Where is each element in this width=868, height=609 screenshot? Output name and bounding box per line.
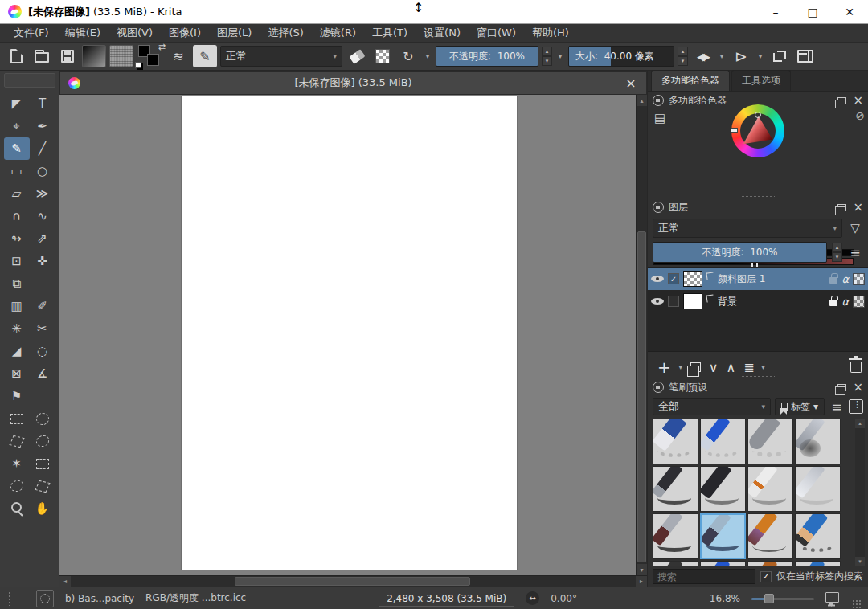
polygon-tool[interactable]: ▱ [4,182,30,205]
horizontal-scrollbar-thumb[interactable] [235,577,470,586]
move-layer-up-button[interactable]: ∧ [723,357,739,378]
duplicate-layer-button[interactable] [687,357,704,378]
layers-menu-icon[interactable]: ≡ [847,245,863,260]
vertical-scrollbar-thumb[interactable] [637,231,646,562]
pan-tool[interactable]: ✋ [30,497,55,520]
preset-display-icon[interactable] [849,399,863,414]
opacity-slider[interactable]: 不透明度: 100% [436,46,538,67]
layer-properties-caret[interactable]: ▾ [759,363,768,371]
brush-preset-thumbnail[interactable] [653,561,698,566]
freehand-select-tool[interactable] [30,430,55,452]
fill-tool[interactable]: ◢ [4,340,30,362]
layer-row-background[interactable]: 背景 α [648,290,868,313]
inherit-alpha-icon[interactable] [853,273,865,285]
polyline-tool[interactable]: ≫ [30,182,55,205]
subwindow-close-button[interactable]: × [622,74,640,92]
add-layer-button[interactable]: + [654,357,674,378]
maximize-button[interactable]: □ [794,0,831,23]
zoom-percentage[interactable]: 16.8% [710,593,740,604]
brush-preset-thumbnail-selected[interactable] [700,513,746,559]
brush-preset-thumbnail[interactable] [653,419,698,464]
presets-scrollbar[interactable]: ▴ ▾ [855,419,865,566]
rect-select-tool[interactable] [4,407,30,430]
alpha-lock-icon[interactable]: α [841,296,849,308]
alpha-lock-icon[interactable]: α [841,273,849,285]
preset-filter-dropdown[interactable]: 全部 ▾ [653,398,771,415]
brush-preview-icon[interactable] [36,590,54,607]
assistants-tool[interactable]: ⊠ [4,362,30,385]
brush-size-spinner[interactable]: ▴▾ [678,47,688,66]
visibility-eye-icon[interactable] [651,273,664,284]
zoom-slider-handle[interactable] [764,594,774,603]
background-color-swatch[interactable] [147,54,159,66]
toolbox-drag-handle[interactable] [4,73,55,88]
brush-preset-thumbnail[interactable] [653,466,698,512]
scroll-left-button[interactable]: ◂ [59,576,71,587]
workspace-chooser-button[interactable] [794,45,817,67]
fg-bg-colors-button[interactable]: ⇄ [137,44,164,68]
close-button[interactable]: ✕ [831,0,868,23]
hue-ring[interactable] [731,104,784,157]
gradient-chooser-button[interactable] [82,45,106,67]
freehand-path-tool[interactable]: ∿ [30,205,55,227]
brush-preset-thumbnail[interactable] [795,561,841,566]
canvas-rotation-icon[interactable]: ↔ [526,591,539,605]
layer-thumbnail[interactable] [683,293,702,309]
move-tool[interactable]: ✜ [30,250,55,272]
tag-button[interactable]: 标签 ▾ [775,398,825,415]
menu-item-image[interactable]: 图像(I) [162,24,208,42]
bezier-curve-tool[interactable]: ∩ [4,205,30,227]
preset-search-input[interactable] [653,569,755,584]
rectangle-tool[interactable]: ▭ [4,160,30,182]
presets-docker-header[interactable]: 笔刷预设 × [648,378,868,396]
bezier-select-tool[interactable] [4,475,30,497]
edit-shapes-tool[interactable]: ⌖ [4,115,30,137]
spin-down-icon[interactable]: ▾ [832,252,842,262]
menu-item-layer[interactable]: 图层(L) [210,24,259,42]
save-button[interactable] [56,45,79,67]
close-docker-icon[interactable]: × [853,382,863,394]
menu-item-tools[interactable]: 工具(T) [365,24,415,42]
close-docker-icon[interactable]: × [853,202,863,214]
lock-icon[interactable] [829,300,837,306]
menu-item-edit[interactable]: 编辑(E) [58,24,108,42]
layer-filter-icon[interactable]: ▽ [847,221,863,235]
brush-preset-thumbnail[interactable] [700,466,746,512]
transform-tool[interactable]: ⊡ [4,250,30,272]
scroll-down-button[interactable]: ▾ [637,564,647,575]
layer-blending-dropdown[interactable]: 正常 ▾ [653,219,842,238]
gradient-tool[interactable]: ▥ [4,295,30,317]
ellipse-tool[interactable]: ○ [30,160,55,182]
scroll-down-button[interactable]: ▾ [855,557,865,566]
calligraphy-tool[interactable]: ✒ [30,115,55,137]
pattern-chooser-button[interactable] [109,45,133,67]
brush-size-slider[interactable]: 大小: 40.00 像素 [568,46,674,67]
brush-preset-thumbnail[interactable] [747,419,793,464]
menu-item-view[interactable]: 视图(V) [109,24,160,42]
menu-item-file[interactable]: 文件(F) [6,24,56,42]
menu-item-settings[interactable]: 设置(N) [416,24,468,42]
selector-settings-icon[interactable]: ▤ [654,111,665,125]
brush-preset-thumbnail[interactable] [747,466,793,512]
measure-tool[interactable]: ∡ [30,362,55,385]
mirror-dropdown-caret[interactable]: ▾ [717,52,727,60]
zoom-slider[interactable] [751,593,814,604]
smart-patch-tool[interactable]: ✂ [30,317,55,340]
brush-preset-thumbnail[interactable] [653,513,698,559]
reset-colors-icon[interactable] [137,63,143,70]
layer-properties-button[interactable]: ≣ [740,357,756,378]
float-docker-icon[interactable] [837,97,846,104]
brush-preset-thumbnail[interactable] [747,561,793,566]
brush-preset-thumbnail[interactable] [795,513,841,559]
layer-checkbox[interactable]: ✓ [668,273,679,284]
lock-docker-icon[interactable] [653,95,664,106]
reload-preset-button[interactable]: ↻ [397,45,420,67]
close-docker-icon[interactable]: × [853,95,863,107]
unlock-icon[interactable] [829,277,837,284]
mirror-stroke-caret[interactable]: ▾ [755,52,765,60]
scroll-up-button[interactable]: ▴ [855,419,865,428]
canvas-viewport[interactable] [59,95,636,575]
crop-tool[interactable]: ⧉ [4,272,30,295]
brush-preset-thumbnail[interactable] [747,513,793,559]
menu-item-help[interactable]: 帮助(H) [525,24,576,42]
